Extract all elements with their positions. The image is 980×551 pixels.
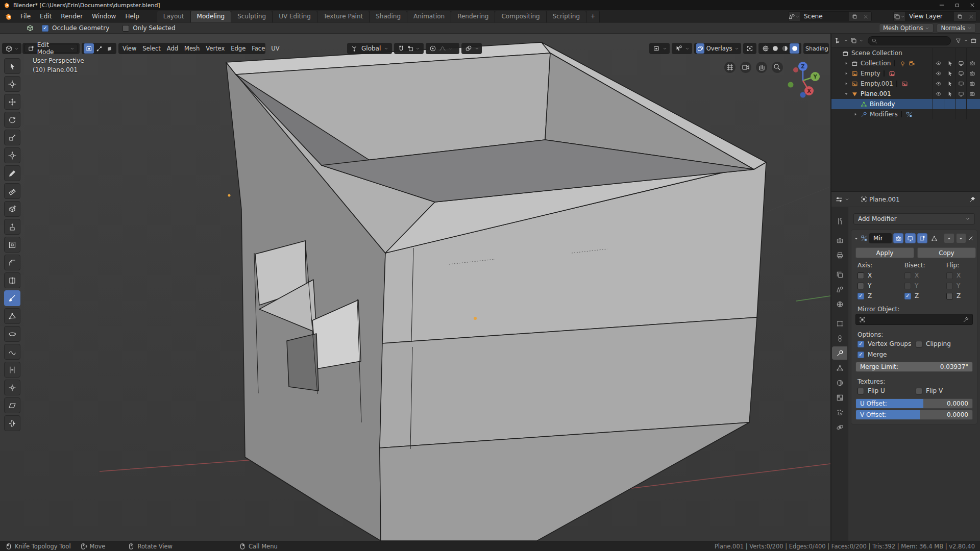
gizmos-dropdown[interactable] bbox=[672, 43, 692, 54]
view-layer-name-field[interactable]: View Layer bbox=[905, 12, 954, 21]
render-disable-toggle[interactable] bbox=[967, 58, 978, 68]
tool-shear[interactable] bbox=[4, 397, 20, 413]
view-layer-remove-button[interactable] bbox=[965, 12, 976, 21]
expand-right-icon[interactable] bbox=[843, 61, 850, 66]
tab-shading[interactable]: Shading bbox=[370, 11, 407, 22]
outliner-row-plane-001[interactable]: Plane.001 bbox=[831, 89, 980, 99]
image-red-icon[interactable] bbox=[900, 81, 910, 87]
chevron-down-icon[interactable] bbox=[844, 38, 848, 43]
properties-tab-tool[interactable] bbox=[832, 214, 847, 228]
minimize-button[interactable] bbox=[934, 0, 949, 10]
checkbox-box[interactable] bbox=[904, 283, 911, 289]
tab-texture-paint[interactable]: Texture Paint bbox=[317, 11, 370, 22]
editor-type-button[interactable] bbox=[2, 43, 21, 54]
render-disable-toggle[interactable] bbox=[967, 68, 978, 79]
v-offset-slider[interactable]: V Offset: 0.0000 bbox=[855, 410, 973, 420]
scene-copy-button[interactable] bbox=[849, 12, 860, 21]
outliner-search-input[interactable] bbox=[868, 36, 951, 45]
tool-edge-slide[interactable] bbox=[4, 362, 20, 378]
scene-name-field[interactable]: Scene bbox=[800, 12, 849, 21]
hide-toggle[interactable] bbox=[933, 68, 944, 79]
properties-tab-render[interactable] bbox=[832, 234, 847, 247]
solid-shading-button[interactable] bbox=[770, 43, 780, 54]
viewport-menu-view[interactable]: View bbox=[119, 42, 139, 55]
properties-tab-object[interactable] bbox=[832, 317, 847, 330]
outliner-editor-icon[interactable] bbox=[835, 37, 842, 44]
expand-right-icon[interactable] bbox=[843, 71, 850, 76]
tab-compositing[interactable]: Compositing bbox=[495, 11, 546, 22]
viewport-menu-face[interactable]: Face bbox=[249, 42, 268, 55]
axis--z-checkbox[interactable]: ✓Z bbox=[857, 292, 872, 299]
clipping-checkbox[interactable]: Clipping bbox=[916, 340, 951, 347]
mirror-mod-icon[interactable] bbox=[905, 111, 914, 118]
tool-extrude-region[interactable] bbox=[4, 219, 20, 235]
viewport-disable-toggle[interactable] bbox=[955, 68, 967, 79]
xray-toggle[interactable] bbox=[743, 43, 756, 54]
selected-vertex[interactable] bbox=[474, 317, 477, 320]
selectable-toggle[interactable] bbox=[944, 58, 955, 68]
bulb-icon[interactable] bbox=[898, 60, 907, 67]
tab-modeling[interactable]: Modeling bbox=[191, 11, 232, 22]
overlays-toggle-icon[interactable] bbox=[696, 43, 704, 54]
flip--y-checkbox[interactable]: Y bbox=[946, 282, 960, 289]
edge-select-mode-button[interactable] bbox=[94, 43, 104, 54]
pin-icon[interactable] bbox=[969, 196, 976, 203]
expand-right-icon[interactable] bbox=[843, 81, 850, 86]
properties-tab-texture[interactable] bbox=[832, 391, 847, 404]
properties-tab-output[interactable] bbox=[832, 248, 847, 262]
outliner-row-collection[interactable]: Collection bbox=[831, 58, 980, 68]
pivot-point-dropdown[interactable] bbox=[461, 43, 482, 54]
outliner-row-scene-collection[interactable]: Scene Collection bbox=[831, 48, 980, 58]
filter-icon[interactable] bbox=[955, 37, 962, 44]
viewport-menu-select[interactable]: Select bbox=[139, 42, 163, 55]
outliner-row-empty-001[interactable]: Empty.001 bbox=[831, 79, 980, 89]
view-layer-browse-button[interactable] bbox=[894, 12, 905, 21]
properties-tab-scene[interactable] bbox=[832, 283, 847, 296]
tool-inset-faces[interactable] bbox=[4, 237, 20, 253]
tab-scripting[interactable]: Scripting bbox=[547, 11, 586, 22]
vertex-groups-checkbox[interactable]: ✓Vertex Groups bbox=[857, 340, 911, 347]
tool-spin[interactable] bbox=[4, 326, 20, 342]
merge-limit-slider[interactable]: Merge Limit: 0.03937" bbox=[855, 362, 973, 372]
scene-browse-button[interactable] bbox=[789, 12, 800, 21]
menu-file[interactable]: File bbox=[16, 13, 35, 20]
movie-camera-icon[interactable] bbox=[907, 60, 916, 67]
chevron-down-icon[interactable] bbox=[964, 38, 968, 43]
material-preview-shading-button[interactable] bbox=[780, 43, 790, 54]
modifier-realtime-toggle[interactable] bbox=[905, 233, 915, 243]
modifier-delete-icon[interactable] bbox=[968, 235, 974, 241]
mode-dropdown[interactable]: Edit Mode bbox=[22, 43, 80, 54]
apply-button[interactable]: Apply bbox=[855, 247, 914, 258]
properties-editor-icon[interactable] bbox=[836, 196, 843, 203]
menu-window[interactable]: Window bbox=[87, 13, 120, 20]
modifier-move-down-button[interactable] bbox=[956, 233, 966, 243]
vertex-select-mode-button[interactable] bbox=[84, 43, 94, 54]
face-select-mode-button[interactable] bbox=[104, 43, 114, 54]
checkbox-box[interactable] bbox=[857, 283, 864, 289]
object-types-visibility-dropdown[interactable] bbox=[649, 43, 670, 54]
view-layer-copy-button[interactable] bbox=[954, 12, 965, 21]
viewport-disable-toggle[interactable] bbox=[955, 79, 967, 89]
tool-rotate[interactable] bbox=[4, 112, 20, 128]
new-collection-icon[interactable] bbox=[970, 37, 977, 44]
checkbox-box[interactable] bbox=[916, 341, 922, 347]
viewport-disable-toggle[interactable] bbox=[955, 89, 967, 99]
panel-expand-icon[interactable] bbox=[853, 236, 859, 241]
tab-sculpting[interactable]: Sculpting bbox=[231, 11, 273, 22]
expand-down-icon[interactable] bbox=[843, 91, 850, 96]
tool-add-cube[interactable] bbox=[4, 201, 20, 217]
tool-poly-build[interactable] bbox=[4, 308, 20, 324]
viewport-menu-mesh[interactable]: Mesh bbox=[181, 42, 203, 55]
selectable-toggle[interactable] bbox=[944, 79, 955, 89]
properties-tab-data[interactable] bbox=[832, 361, 847, 374]
tool-bevel[interactable] bbox=[4, 255, 20, 270]
only-selected-checkbox[interactable]: Only Selected bbox=[122, 24, 175, 32]
merge-checkbox[interactable]: ✓Merge bbox=[857, 351, 887, 358]
flip--x-checkbox[interactable]: X bbox=[946, 272, 961, 279]
checkbox-box[interactable] bbox=[122, 25, 129, 32]
tab-uv-editing[interactable]: UV Editing bbox=[273, 11, 317, 22]
display-mode-icon[interactable] bbox=[850, 37, 857, 44]
tool-scale[interactable] bbox=[4, 130, 20, 145]
chevron-down-icon[interactable] bbox=[859, 38, 864, 43]
falloff-curve-icon[interactable] bbox=[438, 45, 447, 52]
